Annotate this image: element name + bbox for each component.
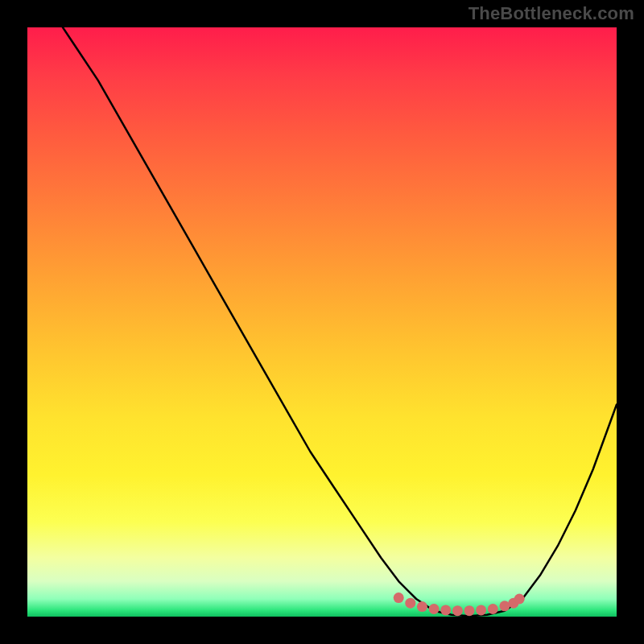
svg-point-0 xyxy=(394,592,404,603)
svg-point-6 xyxy=(464,605,475,616)
svg-point-5 xyxy=(452,605,463,616)
curve-layer xyxy=(27,27,617,617)
svg-point-9 xyxy=(499,601,510,611)
svg-point-11 xyxy=(514,594,525,605)
svg-point-2 xyxy=(417,601,427,612)
watermark-text: TheBottleneck.com xyxy=(469,3,634,24)
bottleneck-curve xyxy=(27,27,617,616)
chart-frame: TheBottleneck.com xyxy=(0,0,644,644)
svg-point-8 xyxy=(488,604,498,614)
plot-container xyxy=(27,27,617,617)
svg-point-4 xyxy=(440,605,451,615)
svg-point-7 xyxy=(476,605,486,615)
svg-point-1 xyxy=(405,598,415,609)
svg-point-3 xyxy=(429,604,440,614)
